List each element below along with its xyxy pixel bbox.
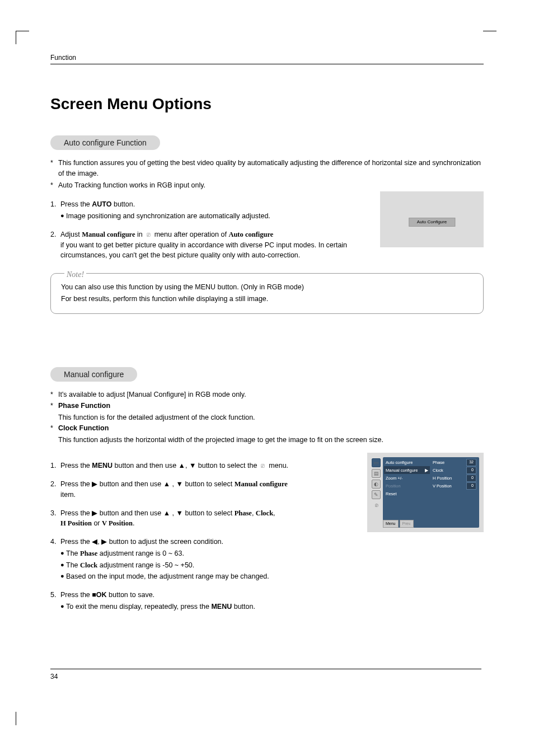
osd-value-hpos: H Position0	[431, 474, 478, 482]
auto-step-1-detail: ●Image positioning and synchronization a…	[60, 211, 369, 222]
up-arrow-icon: ▲	[179, 462, 185, 469]
manual-clock-desc: This function adjusts the horizontal wid…	[58, 435, 484, 445]
manual-step-3: 3. Press the ▶ button and then use ▲ , ▼…	[50, 508, 356, 529]
manual-step-1: 1. Press the MENU button and then use ▲,…	[50, 461, 356, 471]
osd-item-zoom: Zoom +/-	[384, 474, 430, 482]
osd-value-phase: Phase32	[431, 458, 478, 466]
osd-footer-prev: Prev.	[400, 520, 414, 528]
osd-icon-5: ⎚	[372, 501, 381, 510]
osd-value-clock: Clock0	[431, 466, 478, 474]
manual-desc-1: *It's available to adjust [Manual Config…	[50, 389, 484, 400]
auto-step-2: 2. Adjust Manual configure in ⎚ menu aft…	[50, 229, 369, 261]
osd-menu-list: Auto configure Manual configure▶ Zoom +/…	[384, 458, 430, 527]
step5-bullet: ●To exit the menu display, repeatedly, p…	[60, 602, 356, 612]
down-arrow-icon: ▼	[176, 509, 183, 517]
osd-footer-menu: Menu	[383, 520, 399, 528]
osd-icon-3: ◐	[372, 480, 381, 489]
note-line-2: For best results, perform this function …	[61, 293, 473, 305]
osd-item-reset: Reset	[384, 490, 430, 497]
section-pill-manual: Manual configure	[50, 367, 137, 382]
note-box: Note! You can also use this function by …	[50, 273, 484, 314]
down-arrow-icon: ▼	[189, 462, 196, 469]
auto-desc-1: *This function assures you of getting th…	[50, 158, 484, 179]
screen-icon: ⎚	[144, 230, 152, 240]
step4-bullet-1: ●The Phase adjustment range is 0 ~ 63.	[60, 548, 356, 559]
osd-item-position: Position	[384, 482, 430, 490]
page-number: 34	[50, 669, 481, 680]
screen-icon: ⎚	[259, 461, 267, 471]
osd-footer: Menu Prev.	[383, 520, 414, 528]
manual-step-5: 5. Press the ■OK button to save.	[50, 590, 356, 600]
up-arrow-icon: ▲	[163, 509, 170, 517]
auto-desc-2: *Auto Tracking function works in RGB inp…	[50, 180, 484, 191]
auto-configure-illustration: Auto Configure	[380, 191, 484, 247]
left-arrow-icon: ◀	[92, 538, 97, 546]
right-arrow-icon: ▶	[101, 538, 107, 546]
osd-icon-2: ▤	[372, 469, 381, 478]
crop-mark-bl	[16, 712, 29, 725]
step4-bullet-2: ●The Clock adjustment range is -50 ~ +50…	[60, 560, 356, 571]
section-auto-configure: Auto configure Function *This function a…	[50, 135, 484, 314]
down-arrow-icon: ▼	[176, 480, 183, 488]
auto-configure-osd-label: Auto Configure	[409, 218, 455, 227]
crop-mark-tl	[16, 31, 29, 44]
note-line-1: You can also use this function by using …	[61, 281, 473, 293]
osd-menu-panel: Auto configure Manual configure▶ Zoom +/…	[383, 457, 479, 528]
right-arrow-icon: ▶	[92, 509, 97, 517]
up-arrow-icon: ▲	[163, 480, 170, 488]
osd-value-list: Phase32 Clock0 H Position0 V Position0	[431, 458, 478, 527]
manual-step-4: 4. Press the ◀, ▶ button to adjust the s…	[50, 537, 356, 547]
crop-mark-tr	[483, 31, 496, 44]
page-title: Screen Menu Options	[50, 95, 484, 113]
osd-item-auto: Auto configure	[384, 458, 430, 466]
manual-clock-label: *Clock Function	[50, 423, 484, 434]
osd-icon-1: ▭	[372, 458, 381, 467]
section-manual-configure: Manual configure *It's available to adju…	[50, 367, 484, 612]
manual-step-2: 2. Press the ▶ button and then use ▲ , ▼…	[50, 479, 356, 500]
step4-bullet-3: ●Based on the input mode, the adjustment…	[60, 571, 356, 582]
page-content: Function Screen Menu Options Auto config…	[0, 0, 534, 635]
right-arrow-icon: ▶	[92, 480, 97, 488]
ok-button-label: ■OK	[92, 591, 106, 599]
auto-step-1: 1. Press the AUTO button.	[50, 199, 369, 210]
section-pill-auto: Auto configure Function	[50, 135, 160, 150]
osd-icon-column: ▭ ▤ ◐ ✎ ⎚	[372, 457, 382, 528]
note-label: Note!	[64, 268, 86, 281]
osd-item-manual: Manual configure▶	[384, 466, 430, 474]
osd-icon-4: ✎	[372, 490, 381, 499]
auto-button-label: AUTO	[92, 200, 111, 208]
osd-illustration: ▭ ▤ ◐ ✎ ⎚ Auto configure Manual configur…	[367, 453, 484, 532]
manual-phase-label: *Phase Function	[50, 401, 484, 411]
chevron-right-icon: ▶	[425, 467, 428, 473]
osd-value-vpos: V Position0	[431, 482, 478, 490]
manual-phase-desc: This function is for the detailed adjust…	[58, 412, 484, 423]
header-section: Function	[50, 54, 484, 64]
